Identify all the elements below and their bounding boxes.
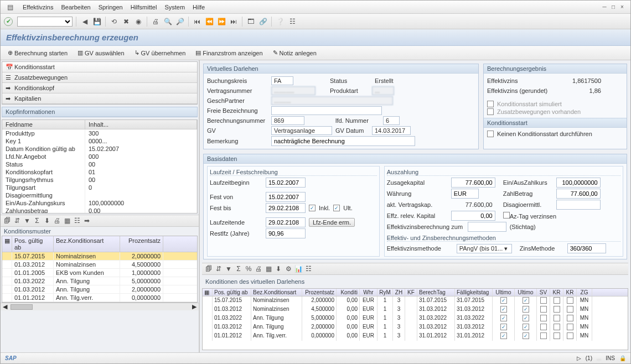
tab-konditionskopf[interactable]: ➡Konditionskopf <box>2 83 197 93</box>
back-icon[interactable]: ◀ <box>80 17 90 27</box>
first-icon[interactable]: ⏮ <box>192 17 202 27</box>
kopfinfo-list[interactable]: Feldname Inhalt... Produkttyp300Key 1000… <box>2 119 198 214</box>
zusage-field[interactable] <box>451 178 495 188</box>
restore-icon[interactable]: □ <box>609 3 617 11</box>
menu-effektivzins[interactable]: Effektivzins <box>23 4 53 11</box>
kondition-row[interactable]: 01.01.2012Ann. Tilg.verr.0,0000000,00EUR… <box>203 332 628 341</box>
kondition-row[interactable]: 01.03.2012Nominalzinsen4,5000000,00EUR13… <box>203 305 628 314</box>
export-icon[interactable]: ⬇ <box>43 216 51 225</box>
layout3-icon[interactable]: ☷ <box>304 264 313 273</box>
no-konditionsstart-checkbox[interactable] <box>487 131 494 137</box>
export2-icon[interactable]: ⬇ <box>274 264 283 273</box>
waehrung-field[interactable] <box>451 189 479 199</box>
kmuster-row[interactable]: 01.01.2012Ann. Tilg.verr.0,0000000 <box>2 294 197 302</box>
find-icon[interactable]: 🔍 <box>163 17 173 27</box>
help-icon[interactable]: ❔ <box>275 17 285 27</box>
kopfinfo-row[interactable]: Datum Kondition gültig ab15.02.2007 <box>2 145 197 153</box>
effzmeth-select[interactable]: PAngV (bis 01... ▾ <box>457 244 512 253</box>
kmuster-table[interactable]: ▦ Pos. gültig ab Bez.Konditionsart Proze… <box>2 236 198 303</box>
gv-field[interactable]: Vertragsanlage <box>271 126 332 135</box>
excel2-icon[interactable]: ▦ <box>264 264 273 273</box>
tab-zusatzbewegungen[interactable]: ☰Zusatzbewegungen <box>2 72 197 83</box>
ult-checkbox[interactable] <box>333 205 340 211</box>
inkl-checkbox[interactable] <box>309 205 316 211</box>
next-icon[interactable]: ⏩ <box>216 17 226 27</box>
eak-field[interactable] <box>556 178 601 188</box>
festbis-field[interactable] <box>266 203 306 213</box>
detail-icon[interactable]: 🗐 <box>3 216 12 225</box>
menu-icon[interactable]: ▤ <box>5 2 15 12</box>
session-icon[interactable]: 🗔 <box>246 17 256 27</box>
kmuster-row[interactable]: 01.03.2012Nominalzinsen4,5000000 <box>2 261 197 269</box>
kopfinfo-row[interactable]: Key 10000... <box>2 137 197 145</box>
lz-beginn-field[interactable] <box>266 178 306 188</box>
kmuster-row[interactable]: 01.03.2012Ann. Tilgung2,0000000 <box>2 285 197 294</box>
save-icon[interactable]: 💾 <box>92 17 102 27</box>
berechnr-field[interactable]: 869 <box>271 116 304 125</box>
tab-kapitalien[interactable]: ➡Kapitalien <box>2 93 197 104</box>
effzz-field[interactable] <box>468 222 506 232</box>
gv-uebernehmen-button[interactable]: ↳GV übernehmen <box>131 48 190 58</box>
kopfinfo-row[interactable]: Tilgungsrhythmus00 <box>2 176 197 184</box>
kmuster-row[interactable]: 01.03.2022Ann. Tilgung5,0000000 <box>2 277 197 285</box>
graph-icon[interactable]: 📊 <box>294 264 303 273</box>
kondition-row[interactable]: 01.03.2012Ann. Tilgung2,0000000,00EUR133… <box>203 323 628 332</box>
festvon-field[interactable] <box>266 192 306 202</box>
status-play-icon[interactable]: ▷ <box>577 355 581 361</box>
layout-icon[interactable]: ☷ <box>287 17 297 27</box>
gvdatum-field[interactable]: 14.03.2017 <box>372 126 411 135</box>
lz-ende-field[interactable] <box>266 217 306 227</box>
freie-field[interactable] <box>271 106 382 115</box>
zinsmeth-field[interactable] <box>567 243 606 253</box>
scroll-right-icon[interactable]: ▶ <box>192 303 196 310</box>
nav-icon[interactable]: ◉ <box>133 17 143 27</box>
disagio-field[interactable] <box>556 200 601 210</box>
shortcut-icon[interactable]: 🔗 <box>258 17 268 27</box>
detail2-icon[interactable]: 🗐 <box>204 264 213 273</box>
cancel-icon[interactable]: ✖ <box>121 17 131 27</box>
kopfinfo-row[interactable]: Tilgungsart0 <box>2 184 197 191</box>
sort-icon[interactable]: ⇵ <box>13 216 22 225</box>
kmuster-row[interactable]: 15.07.2015Nominalzinsen2,0000000 <box>2 252 197 261</box>
print2-icon[interactable]: 🖨 <box>53 216 61 225</box>
kopfinfo-row[interactable]: Konditionskopfart01 <box>2 168 197 176</box>
print3-icon[interactable]: 🖨 <box>254 264 263 273</box>
lfz-ende-button[interactable]: Lfz-Ende erm. <box>309 218 355 227</box>
tab-konditionsstart[interactable]: 📅Konditionsstart <box>2 62 197 72</box>
aztag-checkbox[interactable] <box>503 212 510 219</box>
kopfinfo-row[interactable]: Zahlungsbetrag0,00 <box>2 207 197 214</box>
effzkap-field[interactable] <box>451 211 495 221</box>
buchungskreis-field[interactable]: FA <box>271 76 293 85</box>
kopfinfo-row[interactable]: Disagioermittlung <box>2 191 197 199</box>
layout2-icon[interactable]: ☷ <box>73 216 81 225</box>
notiz-anlegen-button[interactable]: ✎Notiz anlegen <box>269 48 320 58</box>
menu-system[interactable]: System <box>164 4 185 11</box>
sum2-icon[interactable]: Σ <box>234 264 243 273</box>
enter-icon[interactable]: ✔ <box>4 17 13 26</box>
gv-auswaehlen-button[interactable]: ▥GV auswählen <box>74 48 128 58</box>
filter2-icon[interactable]: ▼ <box>224 264 233 273</box>
konditionen-table[interactable]: ▦ Pos. gültig ab Bez.Konditionsart Proze… <box>202 288 628 350</box>
kopfinfo-row[interactable]: Produkttyp300 <box>2 129 197 137</box>
kondition-row[interactable]: 01.03.2022Ann. Tilgung5,0000000,00EUR133… <box>203 314 628 323</box>
menu-hilfsmittel[interactable]: Hilfsmittel <box>131 4 157 11</box>
filter-icon[interactable]: ▼ <box>23 216 32 225</box>
zb-field[interactable] <box>556 189 601 199</box>
sum-icon[interactable]: Σ <box>33 216 42 225</box>
sort2-icon[interactable]: ⇵ <box>214 264 223 273</box>
restlfz-field[interactable] <box>266 228 306 238</box>
left-scrollbar[interactable]: ◀ ▶ <box>1 303 199 310</box>
print-icon[interactable]: 🖨 <box>151 17 161 27</box>
last-icon[interactable]: ⏭ <box>229 17 239 27</box>
excel-icon[interactable]: ▦ <box>63 216 71 225</box>
menu-bearbeiten[interactable]: Bearbeiten <box>61 4 90 11</box>
exit-icon[interactable]: ⟲ <box>109 17 119 27</box>
kopfinfo-row[interactable]: Ein/Aus-Zahlungskurs100,0000000 <box>2 199 197 207</box>
kopfinfo-row[interactable]: Status00 <box>2 160 197 168</box>
findnext-icon[interactable]: 🔎 <box>175 17 185 27</box>
menu-springen[interactable]: Springen <box>99 4 123 11</box>
kondition-row[interactable]: 15.07.2015Nominalzinsen2,0000000,00EUR13… <box>203 297 628 305</box>
more-icon[interactable]: ➡ <box>82 216 91 225</box>
scroll-left-icon[interactable]: ◀ <box>3 303 7 310</box>
kmuster-row[interactable]: 01.01.2005EKB vom Kunden1,0000000 <box>2 269 197 277</box>
